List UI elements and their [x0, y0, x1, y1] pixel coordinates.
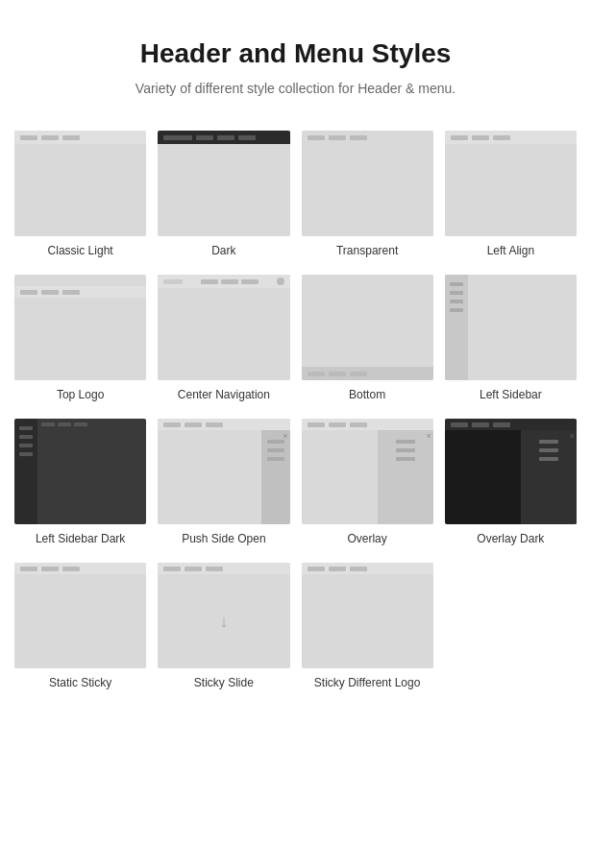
thumb-center-nav [158, 275, 289, 380]
label-top-logo: Top Logo [57, 388, 104, 401]
label-sticky-slide: Sticky Slide [194, 676, 254, 689]
thumb-top-logo [14, 275, 146, 380]
card-bottom[interactable]: Bottom [302, 275, 433, 401]
label-overlay-dark: Overlay Dark [477, 532, 544, 545]
thumb-overlay: × [302, 419, 433, 524]
page-title: Header and Menu Styles [14, 38, 577, 69]
thumb-left-sidebar [445, 275, 577, 380]
card-sticky-slide[interactable]: ↓ Sticky Slide [158, 563, 289, 689]
label-overlay: Overlay [347, 532, 386, 545]
card-left-sidebar-dark[interactable]: Left Sidebar Dark [14, 419, 146, 545]
card-classic-light[interactable]: Classic Light [14, 131, 146, 257]
label-left-sidebar-dark: Left Sidebar Dark [36, 532, 125, 545]
thumb-overlay-dark: × [445, 419, 577, 524]
label-left-align: Left Align [487, 244, 534, 257]
thumb-left-align [445, 131, 577, 236]
card-overlay-dark[interactable]: × Overlay Dark [445, 419, 577, 545]
thumb-sticky-slide: ↓ [158, 563, 289, 668]
card-push-side-open[interactable]: × Push Side Open [158, 419, 289, 545]
thumb-classic-light [14, 131, 146, 236]
card-left-align[interactable]: Left Align [445, 131, 577, 257]
thumb-push-side-open: × [158, 419, 289, 524]
thumb-bottom [302, 275, 433, 380]
card-transparent[interactable]: Transparent [302, 131, 433, 257]
label-transparent: Transparent [336, 244, 398, 257]
card-grid: Classic Light Dark Transparent [14, 131, 577, 689]
card-top-logo[interactable]: Top Logo [14, 275, 146, 401]
label-sticky-diff: Sticky Different Logo [314, 676, 421, 689]
label-dark: Dark [211, 244, 235, 257]
thumb-left-sidebar-dark [14, 419, 146, 524]
card-sticky-diff[interactable]: Sticky Different Logo [302, 563, 433, 689]
page-subtitle: Variety of different style collection fo… [14, 81, 577, 96]
card-left-sidebar[interactable]: Left Sidebar [445, 275, 577, 401]
card-overlay[interactable]: × Overlay [302, 419, 433, 545]
label-left-sidebar: Left Sidebar [480, 388, 542, 401]
label-center-nav: Center Navigation [178, 388, 270, 401]
card-center-nav[interactable]: Center Navigation [158, 275, 289, 401]
card-dark[interactable]: Dark [158, 131, 289, 257]
thumb-dark [158, 131, 289, 236]
card-static-sticky[interactable]: Static Sticky [14, 563, 146, 689]
thumb-sticky-diff [302, 563, 433, 668]
label-static-sticky: Static Sticky [49, 676, 111, 689]
label-bottom: Bottom [349, 388, 385, 401]
label-classic-light: Classic Light [48, 244, 113, 257]
label-push-side-open: Push Side Open [182, 532, 265, 545]
thumb-transparent [302, 131, 433, 236]
thumb-static-sticky [14, 563, 146, 668]
